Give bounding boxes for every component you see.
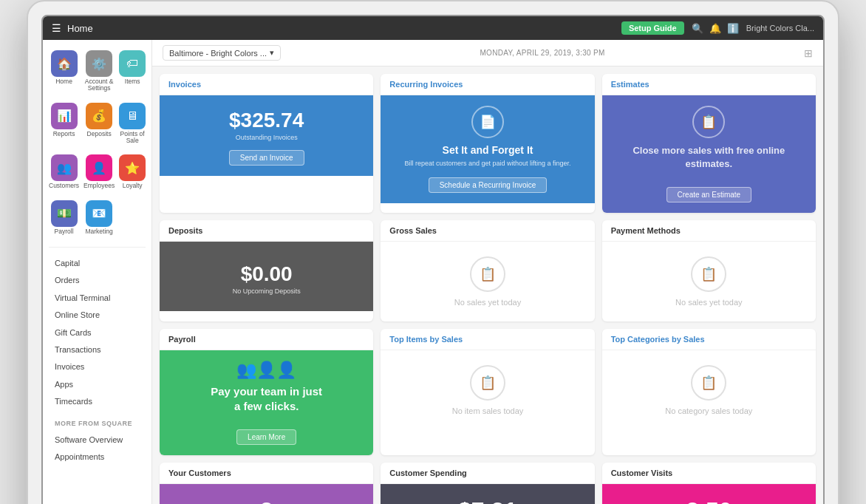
hamburger-icon[interactable]: ☰ [52,22,61,34]
sidebar-label-loyalty: Loyalty [123,183,143,189]
home-icon-box: 🏠 [51,50,78,77]
sidebar-item-loyalty[interactable]: ⭐ Loyalty [117,150,147,194]
sidebar-item-marketing[interactable]: 📧 Marketing [82,196,116,239]
top-categories-card: Top Categories by Sales 📋 No category sa… [602,329,816,455]
payroll-icon-box: 💵 [51,200,78,227]
sidebar-nav-apps[interactable]: Apps [55,376,140,393]
gross-sales-card: Gross Sales 📋 No sales yet today [381,220,594,321]
sidebar-item-home[interactable]: 🏠 Home [47,46,81,97]
sidebar-nav-gift-cards[interactable]: Gift Cards [55,324,140,341]
top-categories-body: 📋 No category sales today [602,350,816,430]
bell-icon[interactable]: 🔔 [709,23,721,34]
invoices-amount: $325.74 [168,109,364,132]
recurring-invoices-header: Recurring Invoices [381,74,594,95]
top-bar: ☰ Home Setup Guide 🔍 🔔 ℹ️ Bright Colors … [43,16,823,40]
send-invoice-button[interactable]: Send an Invoice [229,150,304,166]
sidebar-label-account: Account & Settings [83,78,115,92]
sidebar-label-marketing: Marketing [85,228,112,235]
sidebar-nav-appointments[interactable]: Appointments [55,449,140,466]
sidebar-nav: Capital Orders Virtual Terminal Online S… [43,252,151,414]
grid-icon[interactable]: ⊞ [804,47,813,59]
info-icon[interactable]: ℹ️ [727,23,739,34]
date-display: Monday, April 29, 2019, 3:30 PM [480,49,604,57]
payroll-learn-more-button[interactable]: Learn More [236,429,296,445]
top-items-icon: 📋 [470,365,505,401]
estimates-body: 📋 Close more sales with free online esti… [602,95,816,213]
sidebar-nav-software-overview[interactable]: Software Overview [55,432,140,449]
recurring-invoices-card: Recurring Invoices 📄 Set It and Forget I… [381,74,594,213]
deposits-subtitle: No Upcoming Deposits [168,287,364,295]
sidebar-label-items: Items [125,78,140,85]
top-items-empty-text: No item sales today [389,406,585,415]
main-layout: 🏠 Home ⚙️ Account & Settings 🏷 Items [43,40,823,504]
deposits-header: Deposits [160,220,373,242]
top-categories-icon: 📋 [691,365,726,401]
sidebar-item-deposits[interactable]: 💰 Deposits [82,98,116,149]
payroll-card: Payroll 👥👤👤 Pay your team in justa few c… [160,329,373,455]
sidebar-label-reports: Reports [53,131,75,137]
invoices-card-body: $325.74 Outstanding Invoices Send an Inv… [160,95,373,176]
top-bar-title: Home [67,23,93,34]
sidebar-nav-transactions[interactable]: Transactions [55,341,140,358]
deposits-amount: $0.00 [168,262,364,286]
sidebar-item-items[interactable]: 🏷 Items [117,46,147,97]
top-bar-icons: 🔍 🔔 ℹ️ [692,23,739,34]
top-bar-right: Setup Guide 🔍 🔔 ℹ️ Bright Colors Cla... [621,21,814,35]
sidebar-nav-virtual-terminal[interactable]: Virtual Terminal [55,290,140,307]
sidebar-item-reports[interactable]: 📊 Reports [47,98,81,149]
customer-spending-card: Customer Spending $7.21 Average Spend pe… [381,463,594,504]
payment-methods-card: Payment Methods 📋 No sales yet today [602,220,816,321]
sidebar-label-pos: Points of Sale [119,131,146,145]
gross-sales-icon: 📋 [470,256,505,292]
sidebar-item-account[interactable]: ⚙️ Account & Settings [82,46,116,97]
chevron-down-icon: ▾ [270,48,274,58]
sidebar-label-payroll: Payroll [55,228,74,235]
sidebar-nav-timecards[interactable]: Timecards [55,393,140,410]
top-categories-empty-text: No category sales today [611,406,807,415]
invoices-card: Invoices $325.74 Outstanding Invoices Se… [160,74,373,213]
sidebar-item-employees[interactable]: 👤 Employees [82,150,116,194]
deposits-icon-box: 💰 [86,103,112,129]
items-icon-box: 🏷 [119,50,146,77]
top-bar-user: Bright Colors Cla... [746,24,814,33]
customer-spending-header: Customer Spending [381,463,594,484]
deposits-card: Deposits $0.00 No Upcoming Deposits [160,220,373,321]
marketing-icon-box: 📧 [86,200,112,227]
content-area: Baltimore - Bright Colors ... ▾ Monday, … [152,40,823,504]
sidebar-item-payroll[interactable]: 💵 Payroll [47,196,81,239]
location-text: Baltimore - Bright Colors ... [169,49,267,58]
customer-visits-card: Customer Visits 2.50 Average Visits per … [602,463,816,504]
sidebar-nav-invoices[interactable]: Invoices [55,358,140,375]
schedule-recurring-button[interactable]: Schedule a Recurring Invoice [429,177,548,193]
your-customers-amount: 2 [168,497,364,504]
top-items-header: Top Items by Sales [381,329,594,350]
deposits-body: $0.00 No Upcoming Deposits [160,242,373,311]
setup-guide-button[interactable]: Setup Guide [621,21,684,35]
estimates-desc: Close more sales with free online estima… [611,144,807,171]
customer-visits-body: 2.50 Average Visits per Customer [602,484,816,504]
search-icon[interactable]: 🔍 [692,23,703,34]
create-estimate-button[interactable]: Create an Estimate [666,187,752,202]
sidebar-nav-orders[interactable]: Orders [55,272,140,289]
your-customers-card: Your Customers 2 People [160,463,373,504]
sidebar-nav-online-store[interactable]: Online Store [55,307,140,324]
location-selector[interactable]: Baltimore - Bright Colors ... ▾ [163,45,281,61]
invoices-subtitle: Outstanding Invoices [168,134,364,141]
sidebar-label-employees: Employees [83,183,115,189]
dashboard-grid: Invoices $325.74 Outstanding Invoices Se… [152,67,823,504]
top-items-body: 📋 No item sales today [381,350,594,430]
employees-icon-box: 👤 [86,154,112,181]
customer-spending-amount: $7.21 [389,497,585,504]
customer-visits-amount: 2.50 [611,497,807,504]
recurring-desc: Bill repeat customers and get paid witho… [389,159,585,168]
sidebar-nav-capital[interactable]: Capital [55,255,140,272]
estimates-header: Estimates [602,74,816,95]
payment-methods-empty-text: No sales yet today [611,298,807,307]
loyalty-icon-box: ⭐ [119,154,146,181]
sidebar-label-deposits: Deposits [87,131,112,137]
sidebar-item-customers[interactable]: 👥 Customers [47,150,81,194]
your-customers-header: Your Customers [160,463,373,484]
pos-icon-box: 🖥 [119,103,146,129]
top-items-card: Top Items by Sales 📋 No item sales today [381,329,594,455]
sidebar-item-pos[interactable]: 🖥 Points of Sale [117,98,147,149]
